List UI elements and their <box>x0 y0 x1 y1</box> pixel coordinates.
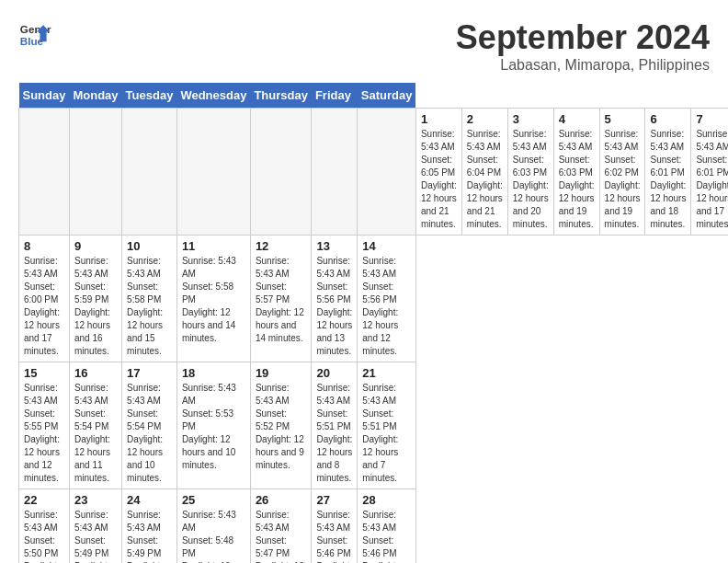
day-info: Sunrise: 5:43 AM Sunset: 5:55 PM Dayligh… <box>24 382 64 485</box>
day-cell-17: 17Sunrise: 5:43 AM Sunset: 5:54 PM Dayli… <box>122 362 177 489</box>
week-row-3: 15Sunrise: 5:43 AM Sunset: 5:55 PM Dayli… <box>19 362 729 489</box>
day-number: 17 <box>127 366 172 380</box>
day-info: Sunrise: 5:43 AM Sunset: 5:50 PM Dayligh… <box>24 509 64 563</box>
day-number: 21 <box>362 366 411 380</box>
day-number: 25 <box>182 493 245 507</box>
day-number: 19 <box>256 366 307 380</box>
day-number: 5 <box>605 112 641 126</box>
empty-cell <box>312 109 358 236</box>
week-row-2: 8Sunrise: 5:43 AM Sunset: 6:00 PM Daylig… <box>19 236 729 362</box>
title-section: September 2024 Labasan, Mimaropa, Philip… <box>456 18 710 74</box>
week-row-1: 1Sunrise: 5:43 AM Sunset: 6:05 PM Daylig… <box>19 109 729 236</box>
weekday-header-sunday: Sunday <box>19 83 70 109</box>
day-number: 18 <box>182 366 245 380</box>
weekday-header-saturday: Saturday <box>358 83 416 109</box>
day-cell-26: 26Sunrise: 5:43 AM Sunset: 5:47 PM Dayli… <box>250 489 312 564</box>
day-number: 6 <box>650 112 686 126</box>
day-info: Sunrise: 5:43 AM Sunset: 6:01 PM Dayligh… <box>650 128 686 231</box>
day-number: 15 <box>24 366 64 380</box>
day-info: Sunrise: 5:43 AM Sunset: 5:52 PM Dayligh… <box>256 382 307 472</box>
day-number: 10 <box>127 239 172 253</box>
day-info: Sunrise: 5:43 AM Sunset: 6:03 PM Dayligh… <box>559 128 595 231</box>
day-cell-24: 24Sunrise: 5:43 AM Sunset: 5:49 PM Dayli… <box>122 489 177 564</box>
day-cell-28: 28Sunrise: 5:43 AM Sunset: 5:46 PM Dayli… <box>358 489 416 564</box>
day-number: 16 <box>74 366 117 380</box>
day-number: 12 <box>256 239 307 253</box>
day-number: 11 <box>182 239 245 253</box>
day-info: Sunrise: 5:43 AM Sunset: 6:05 PM Dayligh… <box>421 128 457 231</box>
day-cell-6: 6Sunrise: 5:43 AM Sunset: 6:01 PM Daylig… <box>645 109 691 236</box>
day-cell-11: 11Sunrise: 5:43 AM Sunset: 5:58 PM Dayli… <box>176 236 250 362</box>
weekday-header-tuesday: Tuesday <box>122 83 177 109</box>
day-info: Sunrise: 5:43 AM Sunset: 5:49 PM Dayligh… <box>74 509 117 563</box>
day-info: Sunrise: 5:43 AM Sunset: 5:51 PM Dayligh… <box>316 382 352 485</box>
day-cell-3: 3Sunrise: 5:43 AM Sunset: 6:03 PM Daylig… <box>507 109 553 236</box>
day-info: Sunrise: 5:43 AM Sunset: 6:02 PM Dayligh… <box>605 128 641 231</box>
day-cell-13: 13Sunrise: 5:43 AM Sunset: 5:56 PM Dayli… <box>312 236 358 362</box>
day-info: Sunrise: 5:43 AM Sunset: 5:54 PM Dayligh… <box>127 382 172 485</box>
day-info: Sunrise: 5:43 AM Sunset: 5:53 PM Dayligh… <box>182 382 245 472</box>
day-number: 24 <box>127 493 172 507</box>
day-cell-18: 18Sunrise: 5:43 AM Sunset: 5:53 PM Dayli… <box>176 362 250 489</box>
logo: General Blue <box>18 18 51 52</box>
day-number: 14 <box>362 239 411 253</box>
calendar-table: SundayMondayTuesdayWednesdayThursdayFrid… <box>18 83 728 563</box>
day-cell-16: 16Sunrise: 5:43 AM Sunset: 5:54 PM Dayli… <box>69 362 121 489</box>
day-info: Sunrise: 5:43 AM Sunset: 5:49 PM Dayligh… <box>127 509 172 563</box>
day-info: Sunrise: 5:43 AM Sunset: 6:03 PM Dayligh… <box>513 128 549 231</box>
day-cell-21: 21Sunrise: 5:43 AM Sunset: 5:51 PM Dayli… <box>358 362 416 489</box>
weekday-header-friday: Friday <box>312 83 358 109</box>
day-info: Sunrise: 5:43 AM Sunset: 5:56 PM Dayligh… <box>362 255 411 358</box>
day-info: Sunrise: 5:43 AM Sunset: 6:04 PM Dayligh… <box>467 128 503 231</box>
day-cell-22: 22Sunrise: 5:43 AM Sunset: 5:50 PM Dayli… <box>19 489 70 564</box>
logo-icon: General Blue <box>18 18 51 52</box>
day-cell-1: 1Sunrise: 5:43 AM Sunset: 6:05 PM Daylig… <box>415 109 461 236</box>
location-title: Labasan, Mimaropa, Philippines <box>456 57 710 74</box>
weekday-header-row: SundayMondayTuesdayWednesdayThursdayFrid… <box>19 83 729 109</box>
day-cell-2: 2Sunrise: 5:43 AM Sunset: 6:04 PM Daylig… <box>461 109 507 236</box>
empty-cell <box>122 109 177 236</box>
day-info: Sunrise: 5:43 AM Sunset: 5:46 PM Dayligh… <box>362 509 411 563</box>
day-number: 22 <box>24 493 64 507</box>
day-info: Sunrise: 5:43 AM Sunset: 6:01 PM Dayligh… <box>696 128 728 231</box>
day-info: Sunrise: 5:43 AM Sunset: 5:58 PM Dayligh… <box>127 255 172 358</box>
page-header: General Blue September 2024 Labasan, Mim… <box>18 18 710 74</box>
day-cell-12: 12Sunrise: 5:43 AM Sunset: 5:57 PM Dayli… <box>250 236 312 362</box>
weekday-header-thursday: Thursday <box>250 83 312 109</box>
day-info: Sunrise: 5:43 AM Sunset: 5:48 PM Dayligh… <box>182 509 245 563</box>
day-number: 13 <box>316 239 352 253</box>
day-cell-7: 7Sunrise: 5:43 AM Sunset: 6:01 PM Daylig… <box>691 109 728 236</box>
day-number: 20 <box>316 366 352 380</box>
day-cell-27: 27Sunrise: 5:43 AM Sunset: 5:46 PM Dayli… <box>312 489 358 564</box>
empty-cell <box>69 109 121 236</box>
day-cell-23: 23Sunrise: 5:43 AM Sunset: 5:49 PM Dayli… <box>69 489 121 564</box>
day-info: Sunrise: 5:43 AM Sunset: 5:51 PM Dayligh… <box>362 382 411 485</box>
day-info: Sunrise: 5:43 AM Sunset: 5:54 PM Dayligh… <box>74 382 117 485</box>
day-cell-15: 15Sunrise: 5:43 AM Sunset: 5:55 PM Dayli… <box>19 362 70 489</box>
day-cell-25: 25Sunrise: 5:43 AM Sunset: 5:48 PM Dayli… <box>176 489 250 564</box>
day-info: Sunrise: 5:43 AM Sunset: 5:47 PM Dayligh… <box>256 509 307 563</box>
day-info: Sunrise: 5:43 AM Sunset: 5:57 PM Dayligh… <box>256 255 307 345</box>
day-number: 28 <box>362 493 411 507</box>
day-number: 23 <box>74 493 117 507</box>
week-row-4: 22Sunrise: 5:43 AM Sunset: 5:50 PM Dayli… <box>19 489 729 564</box>
day-info: Sunrise: 5:43 AM Sunset: 6:00 PM Dayligh… <box>24 255 64 358</box>
day-number: 9 <box>74 239 117 253</box>
day-number: 7 <box>696 112 728 126</box>
day-cell-8: 8Sunrise: 5:43 AM Sunset: 6:00 PM Daylig… <box>19 236 70 362</box>
empty-cell <box>358 109 416 236</box>
day-number: 2 <box>467 112 503 126</box>
day-cell-4: 4Sunrise: 5:43 AM Sunset: 6:03 PM Daylig… <box>553 109 599 236</box>
empty-cell <box>250 109 312 236</box>
day-number: 27 <box>316 493 352 507</box>
empty-cell <box>19 109 70 236</box>
day-cell-9: 9Sunrise: 5:43 AM Sunset: 5:59 PM Daylig… <box>69 236 121 362</box>
day-info: Sunrise: 5:43 AM Sunset: 5:56 PM Dayligh… <box>316 255 352 358</box>
day-number: 4 <box>559 112 595 126</box>
day-number: 26 <box>256 493 307 507</box>
day-cell-19: 19Sunrise: 5:43 AM Sunset: 5:52 PM Dayli… <box>250 362 312 489</box>
day-number: 8 <box>24 239 64 253</box>
day-info: Sunrise: 5:43 AM Sunset: 5:58 PM Dayligh… <box>182 255 245 345</box>
weekday-header-wednesday: Wednesday <box>176 83 250 109</box>
weekday-header-monday: Monday <box>69 83 121 109</box>
